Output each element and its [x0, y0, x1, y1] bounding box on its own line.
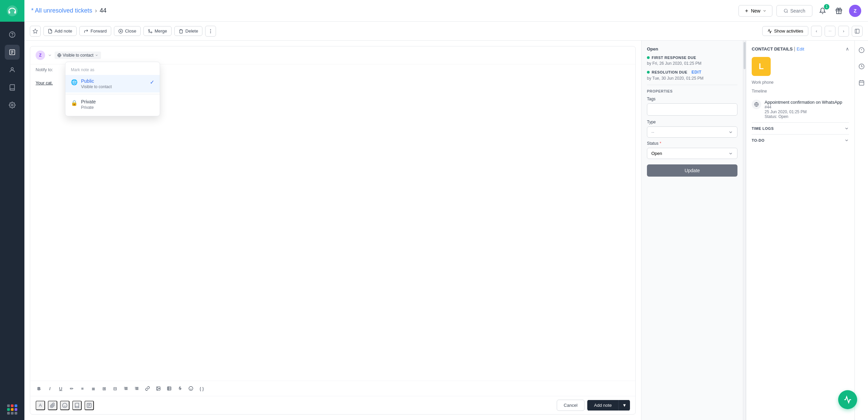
canned-response-button[interactable] — [84, 401, 94, 410]
show-activities-button[interactable]: Show activities — [762, 26, 808, 36]
private-option-title: Private — [81, 99, 154, 104]
lock-icon: 🔒 — [71, 100, 78, 106]
globe-timeline-icon — [754, 102, 759, 107]
sidebar-item-tickets[interactable] — [5, 45, 20, 60]
note-footer: A — [30, 396, 635, 414]
strikethrough-button[interactable] — [175, 384, 185, 393]
next-ticket-button[interactable]: › — [838, 26, 849, 37]
type-select[interactable]: -- — [647, 126, 737, 138]
cancel-button[interactable]: Cancel — [557, 400, 585, 411]
add-note-button-group: Add note ▼ — [587, 400, 630, 411]
notifications-button[interactable]: 1 — [816, 5, 829, 17]
required-star: * — [659, 141, 661, 146]
todo-section[interactable]: TO-DO — [752, 134, 849, 146]
globe-icon-public: 🌐 — [71, 79, 78, 85]
first-response-date: by Fri, 26 Jun 2020, 01:25 PM — [647, 61, 737, 66]
tags-input[interactable] — [647, 103, 737, 116]
search-button[interactable]: Search — [776, 5, 812, 17]
composer-avatar: Z — [36, 51, 45, 60]
activity-icon — [767, 29, 772, 34]
breadcrumb-sep: › — [95, 7, 97, 14]
ordered-list-button[interactable]: ≣ — [88, 384, 98, 393]
kb-article-button[interactable] — [72, 401, 82, 410]
clock-icon — [859, 63, 865, 69]
type-chevron-icon — [728, 130, 733, 135]
text-format-button[interactable]: A — [36, 401, 45, 410]
prev-ticket-button[interactable]: ‹ — [811, 26, 822, 37]
timeline-item-date: 25 Jun 2020, 01:25 PM — [765, 109, 849, 114]
dropdown-item-public[interactable]: 🌐 Public Visible to contact ✓ — [65, 75, 160, 93]
star-button[interactable] — [30, 26, 41, 37]
indent-button[interactable] — [132, 384, 141, 393]
sidebar-item-settings[interactable] — [5, 98, 20, 113]
italic-button[interactable]: I — [45, 384, 55, 393]
first-response-dot — [647, 56, 650, 59]
scrollbar[interactable] — [743, 41, 746, 420]
ticket-status-badge: Open — [647, 46, 658, 52]
sidebar-item-contacts[interactable] — [5, 62, 20, 77]
calendar-icon — [859, 80, 865, 86]
merge-button[interactable]: Merge — [143, 26, 172, 36]
resolution-label: RESOLUTION DUE — [652, 70, 687, 74]
highlight-button[interactable]: ✏ — [67, 384, 76, 393]
code-button[interactable]: { } — [197, 384, 206, 393]
emoji-footer-button[interactable] — [60, 401, 70, 410]
timeline-item-status: Status: Open — [765, 114, 849, 119]
nav-dots-button[interactable]: ··· — [825, 26, 835, 37]
top-nav: * All unresolved tickets › 44 New Search… — [24, 0, 868, 22]
more-options-button[interactable] — [205, 26, 216, 37]
timeline-item-title: Appointment confirmation on WhatsApp — [765, 100, 849, 105]
type-value: -- — [651, 129, 654, 135]
calendar-icon-button[interactable] — [856, 77, 867, 88]
sidebar-dots — [7, 404, 17, 415]
note-body[interactable]: Your cat. — [30, 75, 635, 381]
emoji-button[interactable] — [186, 384, 196, 393]
bold-button[interactable]: B — [34, 384, 44, 393]
resolution-edit-link[interactable]: Edit — [691, 70, 701, 75]
main-panel: Z Visible to contact Mark note as 🌐 — [24, 41, 642, 420]
add-note-submit-button[interactable]: Add note — [587, 400, 618, 411]
new-button[interactable]: New — [738, 5, 772, 17]
dropdown-item-private[interactable]: 🔒 Private Private — [65, 96, 160, 113]
unordered-list-button[interactable]: ≡ — [78, 384, 87, 393]
fab-button[interactable] — [838, 390, 857, 409]
gift-button[interactable] — [833, 5, 845, 17]
timeline-item-id: #44 — [765, 105, 849, 109]
link-button[interactable] — [143, 384, 152, 393]
align-right-button[interactable] — [121, 384, 131, 393]
update-button[interactable]: Update — [647, 164, 737, 177]
delete-button[interactable]: Delete — [174, 26, 203, 36]
time-logs-section[interactable]: TIME LOGS — [752, 122, 849, 134]
underline-button[interactable]: U — [56, 384, 65, 393]
breadcrumb-title[interactable]: * All unresolved tickets — [31, 7, 92, 14]
collapse-button[interactable] — [852, 26, 863, 37]
info-icon-button[interactable] — [856, 45, 867, 56]
timer-icon-button[interactable] — [856, 61, 867, 72]
user-avatar[interactable]: Z — [849, 5, 861, 17]
app-logo[interactable] — [0, 0, 24, 22]
fab-icon — [844, 396, 852, 404]
attach-button[interactable] — [48, 401, 57, 410]
add-note-toolbar-button[interactable]: Add note — [43, 26, 77, 36]
add-note-dropdown-button[interactable]: ▼ — [618, 400, 630, 411]
sidebar-item-knowledge[interactable] — [5, 80, 20, 95]
link-icon — [145, 386, 150, 391]
note-compose-area: Z Visible to contact Mark note as 🌐 — [30, 46, 636, 415]
forward-button[interactable]: Forward — [79, 26, 111, 36]
image-button[interactable] — [154, 384, 163, 393]
public-option-sub: Visible to contact — [81, 84, 146, 89]
status-select[interactable]: Open — [647, 148, 737, 159]
note-icon — [48, 29, 53, 34]
align-left-button[interactable]: ⊞ — [99, 384, 109, 393]
visibility-dropdown-button[interactable]: Visible to contact — [55, 52, 101, 59]
timeline-item: Appointment confirmation on WhatsApp #44… — [752, 96, 849, 122]
svg-point-34 — [157, 387, 158, 388]
type-label: Type — [647, 120, 737, 124]
contact-collapse-button[interactable]: ∧ — [846, 46, 849, 52]
align-center-button[interactable]: ⊟ — [110, 384, 120, 393]
contact-edit-link[interactable]: Edit — [796, 46, 804, 52]
sidebar-item-home[interactable] — [5, 27, 20, 42]
align-right-icon — [123, 386, 128, 391]
table-button[interactable] — [164, 384, 174, 393]
close-button[interactable]: Close — [114, 26, 141, 36]
